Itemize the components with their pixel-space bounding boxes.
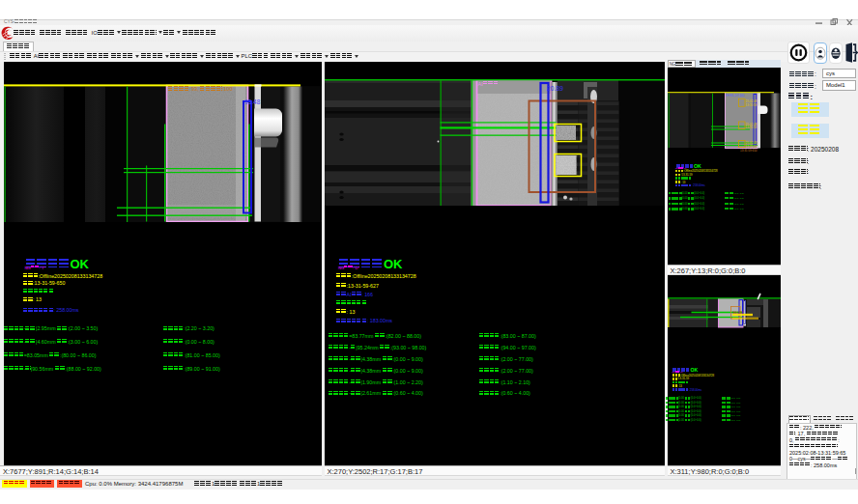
svg-text:93.48: 93.48: [244, 98, 261, 105]
svg-text:20.89: 20.89: [546, 85, 563, 92]
svg-text:TH:93, DY:100: TH:93, DY:100: [725, 94, 744, 98]
svg-text:13:31:59:650: 13:31:59:650: [740, 149, 758, 153]
svg-text:NG:0.52: NG:0.52: [732, 311, 743, 315]
svg-text:13:31:59: 13:31:59: [745, 103, 757, 107]
svg-text:13:31:59: 13:31:59: [745, 126, 757, 129]
